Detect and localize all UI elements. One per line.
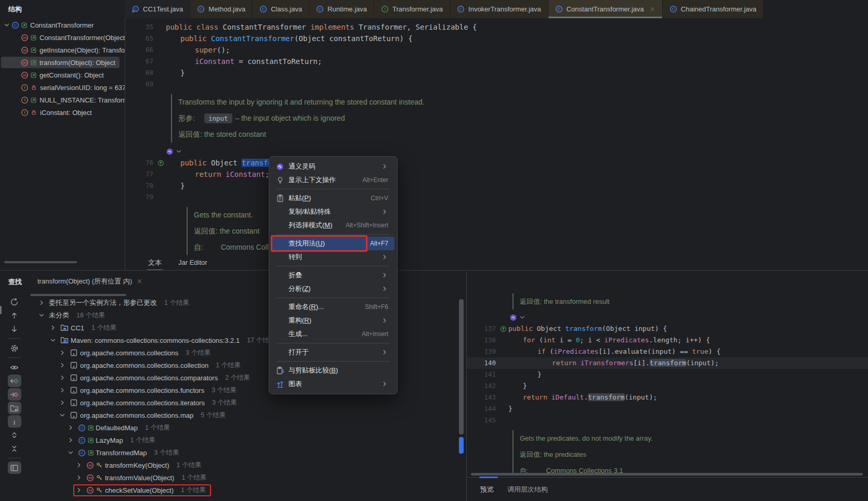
info-icon[interactable]: i bbox=[8, 415, 21, 428]
expand-icon[interactable] bbox=[8, 429, 21, 441]
structure-item[interactable]: fserialVersionUID: long = 6374 bbox=[0, 81, 125, 94]
editor-tab-transformer-java[interactable]: ITransformer.java bbox=[374, 0, 450, 18]
tree-row[interactable]: mtransformKey(Object)1 个结果 bbox=[29, 459, 459, 471]
chevron-right-icon[interactable] bbox=[67, 436, 76, 444]
structure-item[interactable]: mConstantTransformer(Object) bbox=[0, 31, 125, 44]
structure-item[interactable]: mgetConstant(): Object bbox=[0, 69, 125, 81]
tree-row[interactable]: CTransformedMap3 个结果 bbox=[29, 446, 459, 459]
tab-preview[interactable]: 预览 bbox=[480, 485, 494, 494]
code-editor[interactable]: 35public class ConstantTransformer imple… bbox=[125, 18, 868, 258]
menu-item-go-to[interactable]: 转到 bbox=[272, 250, 394, 264]
structure-item[interactable]: mtransform(Object): Object bbox=[0, 56, 125, 69]
code-line[interactable]: 65public ConstantTransformer(Object cons… bbox=[125, 33, 868, 44]
refresh-icon[interactable] bbox=[8, 296, 21, 308]
gear-icon[interactable] bbox=[8, 342, 21, 354]
chevron-down-icon[interactable] bbox=[49, 337, 58, 344]
code-line[interactable]: 77return iConstant; bbox=[125, 169, 868, 180]
menu-item-diagrams[interactable]: 图表 bbox=[272, 377, 394, 391]
up-icon[interactable] bbox=[8, 309, 21, 322]
code-line[interactable]: 141} bbox=[467, 369, 868, 380]
chevron-down-icon[interactable] bbox=[3, 21, 11, 29]
tab-jar-editor[interactable]: Jar Editor bbox=[177, 256, 208, 268]
code-line[interactable]: 78} bbox=[125, 180, 868, 191]
chevron-right-icon[interactable] bbox=[67, 424, 76, 431]
write-icon[interactable] bbox=[8, 388, 21, 401]
editor-tab-invokertransformer-java[interactable]: CInvokerTransformer.java bbox=[450, 0, 548, 18]
ai-inlay-hint[interactable] bbox=[467, 312, 868, 323]
eye-icon[interactable] bbox=[8, 361, 21, 374]
editor-tab-method-java[interactable]: CMethod.java bbox=[190, 0, 253, 18]
menu-item-copy-paste-special[interactable]: 复制/粘贴特殊 bbox=[272, 205, 394, 219]
tree-row[interactable]: CDefaultedMap1 个结果 bbox=[29, 421, 459, 434]
chevron-right-icon[interactable] bbox=[75, 486, 84, 494]
structure-item[interactable]: fNULL_INSTANCE: Transformer bbox=[0, 94, 125, 106]
chevron-right-icon[interactable] bbox=[59, 362, 68, 369]
structure-item[interactable]: fiConstant: Object bbox=[0, 106, 125, 119]
menu-item-refactor[interactable]: 重构(R) bbox=[272, 314, 394, 327]
menu-item-folding[interactable]: 折叠 bbox=[272, 268, 394, 282]
chevron-down-icon[interactable] bbox=[67, 449, 76, 456]
chevron-down-icon[interactable] bbox=[59, 412, 68, 419]
structure-item[interactable]: mgetInstance(Object): Transformer bbox=[0, 44, 125, 56]
chevron-right-icon[interactable] bbox=[59, 399, 68, 406]
menu-item-paste[interactable]: 粘贴(P)Ctrl+V bbox=[272, 191, 394, 205]
close-icon[interactable] bbox=[137, 278, 142, 286]
chevron-right-icon[interactable] bbox=[59, 387, 68, 394]
chevron-down-icon[interactable] bbox=[175, 148, 182, 155]
code-line[interactable]: 66super(); bbox=[125, 44, 868, 56]
menu-item-analyze[interactable]: 分析(Z) bbox=[272, 282, 394, 296]
menu-item-context-actions[interactable]: 显示上下文操作Alt+Enter bbox=[272, 173, 394, 187]
tree-row[interactable]: org.apache.commons.collections.iterators… bbox=[29, 396, 459, 409]
code-line[interactable]: 76public Object transform(Object input) … bbox=[125, 157, 868, 169]
tree-row[interactable]: org.apache.commons.collections.map5 个结果 bbox=[29, 409, 459, 421]
tree-vscrollbar[interactable] bbox=[459, 299, 464, 434]
code-line[interactable]: 35public class ConstantTransformer imple… bbox=[125, 21, 868, 33]
preview-hscrollbar[interactable] bbox=[471, 473, 863, 476]
structure-item[interactable]: CConstantTransformer bbox=[0, 19, 125, 31]
chevron-right-icon[interactable] bbox=[75, 474, 84, 481]
code-line[interactable]: 69 bbox=[125, 79, 868, 90]
menu-item-find-usages[interactable]: 查找用法(U)Alt+F7 bbox=[272, 237, 394, 250]
collapse-icon[interactable] bbox=[8, 442, 21, 455]
code-line[interactable]: 145 bbox=[467, 415, 868, 426]
structure-hscrollbar[interactable] bbox=[4, 261, 77, 263]
menu-item-compare-with-clipboard[interactable]: 与剪贴板比较(B) bbox=[272, 364, 394, 377]
chevron-right-icon[interactable] bbox=[59, 374, 68, 381]
tree-row[interactable]: mtransformValue(Object)1 个结果 bbox=[29, 471, 459, 484]
code-line[interactable]: 137public Object transform(Object input)… bbox=[467, 323, 868, 335]
code-line[interactable]: 142} bbox=[467, 380, 868, 392]
tree-row[interactable]: CLazyMap1 个结果 bbox=[29, 434, 459, 446]
code-line[interactable]: 140return iTransformers[i].transform(inp… bbox=[467, 357, 868, 369]
code-line[interactable]: 67iConstant = constantToReturn; bbox=[125, 56, 868, 67]
editor-tab-class-java[interactable]: CClass.java bbox=[253, 0, 309, 18]
lingma-icon[interactable] bbox=[166, 148, 174, 156]
code-line[interactable]: 138for (int i = 0; i < iPredicates.lengt… bbox=[467, 335, 868, 346]
chevron-right-icon[interactable] bbox=[49, 324, 58, 331]
editor-tab-chainedtransformer-java[interactable]: CChainedTransformer.java bbox=[663, 0, 764, 18]
ai-inlay-hint[interactable] bbox=[125, 146, 868, 157]
tree-row[interactable]: mcheckSetValue(Object)1 个结果 bbox=[29, 484, 459, 496]
code-line[interactable]: 68} bbox=[125, 67, 868, 79]
menu-item-lingma[interactable]: 通义灵码 bbox=[272, 160, 394, 173]
chevron-down-icon[interactable] bbox=[519, 314, 526, 321]
code-line[interactable]: 79 bbox=[125, 191, 868, 203]
lingma-icon[interactable] bbox=[509, 314, 517, 322]
folder-icon[interactable] bbox=[8, 402, 21, 414]
menu-item-rename[interactable]: 重命名(R)...Shift+F6 bbox=[272, 300, 394, 314]
editor-tab-constanttransformer-java[interactable]: CConstantTransformer.java bbox=[548, 0, 663, 18]
preview-icon[interactable] bbox=[8, 461, 21, 474]
chevron-right-icon[interactable] bbox=[59, 349, 68, 356]
code-line[interactable]: 143return iDefault.transform(input); bbox=[467, 392, 868, 403]
chevron-right-icon[interactable] bbox=[38, 299, 47, 306]
close-icon[interactable] bbox=[650, 6, 655, 12]
down-icon[interactable] bbox=[8, 323, 21, 335]
editor-tab-runtime-java[interactable]: CRuntime.java bbox=[309, 0, 374, 18]
find-tab-hscrollbar[interactable] bbox=[30, 294, 126, 296]
tab-call-hierarchy[interactable]: 调用层次结构 bbox=[507, 485, 548, 494]
code-line[interactable]: 144} bbox=[467, 403, 868, 415]
editor-tab-cc1test-java[interactable]: CCC1Test.java bbox=[125, 0, 190, 18]
menu-item-column-selection-mode[interactable]: 列选择模式(M)Alt+Shift+Insert bbox=[272, 219, 394, 232]
tab-text-view[interactable]: 文本 bbox=[147, 256, 163, 269]
menu-item-generate[interactable]: 生成...Alt+Insert bbox=[272, 327, 394, 341]
find-results-tab[interactable]: transform(Object) (所有位置 内) bbox=[37, 274, 142, 289]
